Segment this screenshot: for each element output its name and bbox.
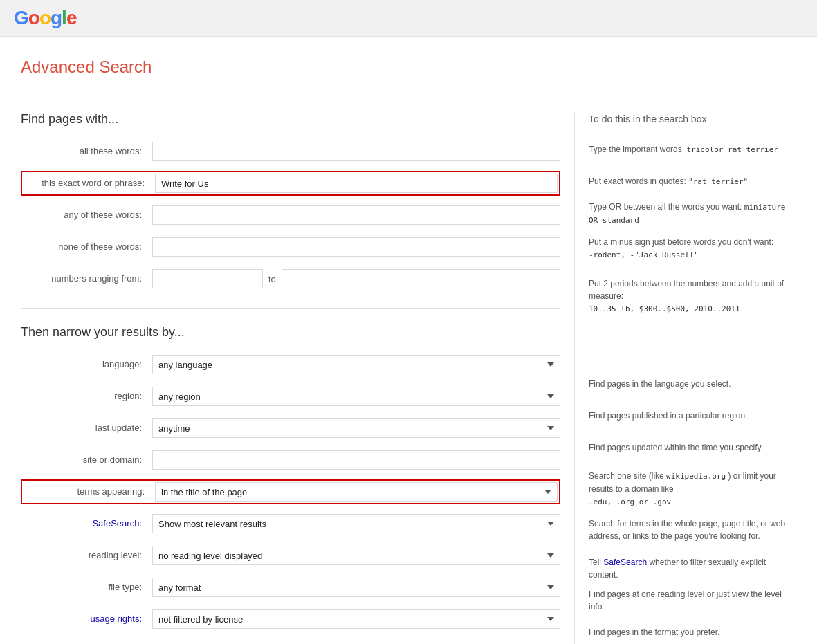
- exact-phrase-hint-row: Put exact words in quotes: "rat terrier": [589, 169, 796, 194]
- none-words-input[interactable]: [152, 237, 560, 257]
- safesearch-label-wrapper: SafeSearch:: [21, 514, 152, 533]
- all-words-input[interactable]: [152, 142, 560, 161]
- reading-level-hint: Find pages at one reading level or just …: [589, 588, 796, 613]
- site-domain-hint-row: Search one site (like wikipedia.org ) or…: [589, 467, 796, 508]
- logo-g2: g: [51, 7, 62, 28]
- safesearch-select[interactable]: Show most relevant results Filter explic…: [152, 514, 560, 533]
- usage-rights-link[interactable]: usage rights:: [91, 614, 142, 624]
- language-row: language: any language Arabic Chinese (S…: [21, 352, 560, 377]
- numbers-hint-row: Put 2 periods between the numbers and ad…: [589, 275, 796, 316]
- region-label: region:: [21, 387, 152, 406]
- page-wrapper: Advanced Search Find pages with... all t…: [0, 37, 817, 644]
- usage-rights-select[interactable]: not filtered by license free to use or s…: [152, 609, 560, 629]
- form-layout: Find pages with... all these words: this…: [21, 112, 796, 644]
- any-words-hint: Type OR between all the words you want: …: [589, 201, 796, 226]
- safesearch-row: SafeSearch: Show most relevant results F…: [21, 511, 560, 536]
- numbers-hint: Put 2 periods between the numbers and ad…: [589, 277, 796, 315]
- numbers-to-input[interactable]: [282, 269, 560, 288]
- site-domain-input-wrapper: [152, 450, 560, 470]
- narrow-right-spacer: [589, 347, 796, 371]
- last-update-hint: Find pages updated within the time you s…: [589, 441, 763, 454]
- wikipedia-link[interactable]: wikipedia.org: [666, 471, 726, 481]
- any-words-row: any of these words:: [21, 203, 560, 228]
- form-right: To do this in the search box Type the im…: [574, 112, 796, 644]
- reading-level-select-wrapper: no reading level displayed annotate resu…: [152, 546, 560, 565]
- any-words-input[interactable]: [152, 205, 560, 225]
- usage-rights-select-wrapper: not filtered by license free to use or s…: [152, 609, 560, 629]
- logo-l: l: [62, 7, 66, 28]
- logo-o1: o: [28, 7, 39, 28]
- safesearch-select-wrapper: Show most relevant results Filter explic…: [152, 514, 560, 533]
- exact-phrase-row: this exact word or phrase:: [21, 171, 560, 196]
- none-words-hint: Put a minus sign just before words you d…: [589, 236, 773, 261]
- terms-appearing-hint: Search for terms in the whole page, page…: [589, 517, 796, 542]
- region-select[interactable]: any region United States United Kingdom: [152, 387, 560, 406]
- none-words-label: none of these words:: [21, 237, 152, 257]
- none-words-row: none of these words:: [21, 234, 560, 259]
- reading-level-select[interactable]: no reading level displayed annotate resu…: [152, 546, 560, 565]
- any-words-label: any of these words:: [21, 205, 152, 225]
- logo-g: G: [14, 7, 28, 28]
- region-hint-row: Find pages published in a particular reg…: [589, 403, 796, 428]
- file-type-label: file type:: [21, 578, 152, 597]
- site-domain-row: site or domain:: [21, 448, 560, 472]
- exact-phrase-hint: Put exact words in quotes: "rat terrier": [589, 175, 748, 188]
- safesearch-hint-link[interactable]: SafeSearch: [603, 558, 647, 567]
- narrow-results-header: Then narrow your results by...: [21, 325, 560, 340]
- exact-phrase-input[interactable]: [155, 174, 558, 193]
- region-row: region: any region United States United …: [21, 384, 560, 409]
- numbers-row: numbers ranging from: to: [21, 266, 560, 291]
- all-words-row: all these words:: [21, 139, 560, 164]
- file-type-hint-row: Find pages in the format you prefer.: [589, 620, 796, 644]
- usage-rights-row: usage rights: not filtered by license fr…: [21, 607, 560, 632]
- exact-phrase-input-wrapper: [155, 174, 558, 193]
- all-words-input-wrapper: [152, 142, 560, 161]
- terms-appearing-select-wrapper: anywhere in the page in the title of the…: [155, 482, 558, 502]
- region-select-wrapper: any region United States United Kingdom: [152, 387, 560, 406]
- numbers-label: numbers ranging from:: [21, 269, 152, 288]
- none-words-input-wrapper: [152, 237, 560, 257]
- none-words-hint-row: Put a minus sign just before words you d…: [589, 233, 796, 268]
- numbers-from-input[interactable]: [152, 269, 263, 288]
- reading-level-row: reading level: no reading level displaye…: [21, 543, 560, 568]
- terms-appearing-label: terms appearing:: [24, 482, 155, 502]
- all-words-label: all these words:: [21, 142, 152, 161]
- section-divider: [21, 308, 560, 309]
- logo-e: e: [66, 7, 77, 28]
- exact-phrase-label: this exact word or phrase:: [24, 174, 155, 193]
- form-left: Find pages with... all these words: this…: [21, 112, 574, 644]
- language-select[interactable]: any language Arabic Chinese (Simplified)…: [152, 355, 560, 374]
- reading-level-hint-row: Find pages at one reading level or just …: [589, 588, 796, 613]
- file-type-hint: Find pages in the format you prefer.: [589, 626, 719, 638]
- safesearch-hint-row: Tell SafeSearch whether to filter sexual…: [589, 556, 796, 581]
- region-hint: Find pages published in a particular reg…: [589, 410, 747, 422]
- file-type-select[interactable]: any format Adobe Acrobat PDF (.pdf) Adob…: [152, 578, 560, 597]
- last-update-select-wrapper: anytime past 24 hours past week past mon…: [152, 418, 560, 438]
- any-words-input-wrapper: [152, 205, 560, 225]
- page-title: Advanced Search: [21, 57, 796, 77]
- page-title-bar: Advanced Search: [21, 37, 796, 91]
- language-label: language:: [21, 355, 152, 374]
- last-update-select[interactable]: anytime past 24 hours past week past mon…: [152, 418, 560, 438]
- reading-level-label: reading level:: [21, 546, 152, 565]
- safesearch-link[interactable]: SafeSearch:: [92, 518, 142, 528]
- terms-appearing-hint-row: Search for terms in the whole page, page…: [589, 515, 796, 549]
- all-words-hint: Type the important words: tricolor rat t…: [589, 143, 778, 156]
- number-range: to: [152, 269, 560, 288]
- find-pages-header: Find pages with...: [21, 112, 560, 127]
- language-hint-row: Find pages in the language you select.: [589, 371, 796, 396]
- site-domain-label: site or domain:: [21, 450, 152, 470]
- all-words-hint-row: Type the important words: tricolor rat t…: [589, 137, 796, 162]
- header: Google: [0, 0, 817, 37]
- last-update-label: last update:: [21, 418, 152, 438]
- numbers-inputs-wrapper: to: [152, 269, 560, 288]
- logo-o2: o: [39, 7, 51, 28]
- file-type-select-wrapper: any format Adobe Acrobat PDF (.pdf) Adob…: [152, 578, 560, 597]
- last-update-hint-row: Find pages updated within the time you s…: [589, 435, 796, 460]
- site-domain-input[interactable]: [152, 450, 560, 470]
- numbers-to-label: to: [268, 274, 276, 284]
- usage-rights-label-wrapper: usage rights:: [21, 609, 152, 629]
- terms-appearing-select[interactable]: anywhere in the page in the title of the…: [155, 482, 558, 502]
- terms-appearing-row: terms appearing: anywhere in the page in…: [21, 479, 560, 504]
- language-hint: Find pages in the language you select.: [589, 378, 731, 390]
